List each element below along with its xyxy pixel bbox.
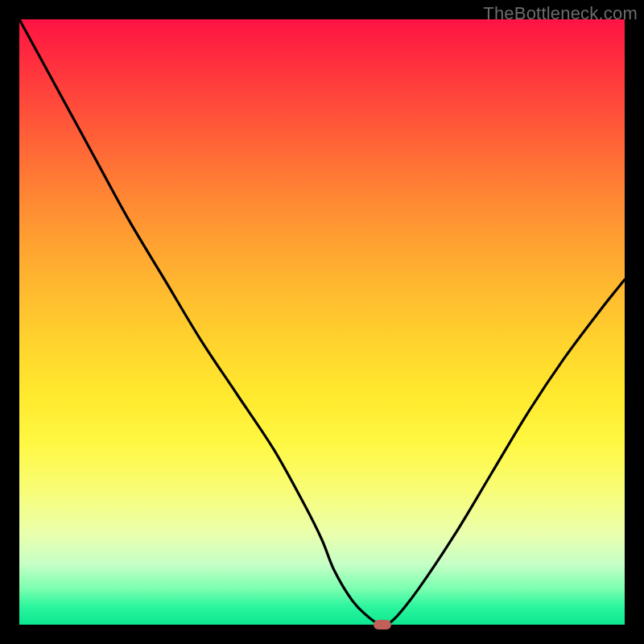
bottleneck-curve: [19, 19, 625, 625]
watermark-text: TheBottleneck.com: [483, 3, 638, 24]
optimum-marker: [374, 620, 391, 630]
chart-frame: TheBottleneck.com: [0, 0, 644, 644]
plot-area: [19, 19, 625, 625]
